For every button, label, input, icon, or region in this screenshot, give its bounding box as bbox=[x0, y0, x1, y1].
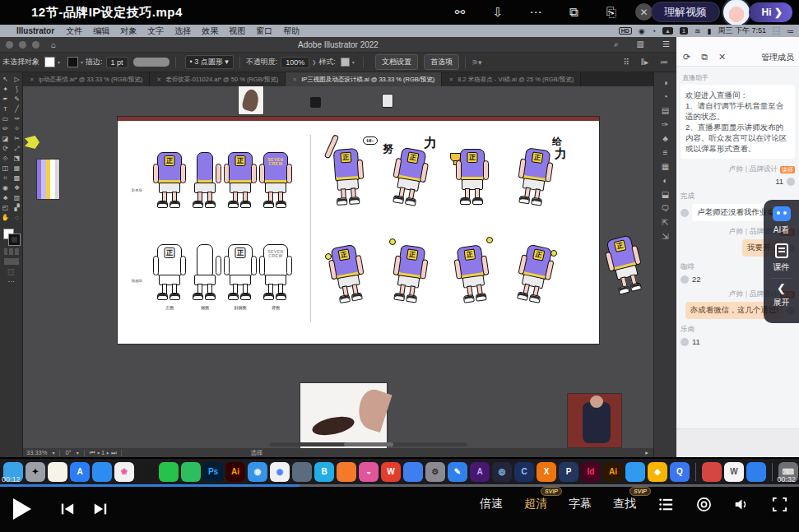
fill-swatch[interactable] bbox=[44, 57, 55, 67]
tab-close-icon[interactable]: ✕ bbox=[30, 76, 35, 83]
menu-窗口[interactable]: 窗口 bbox=[256, 26, 272, 35]
dock-photos-icon[interactable]: ❀ bbox=[114, 462, 134, 482]
color-mode-buttons[interactable] bbox=[4, 248, 19, 255]
perspective-tool-icon[interactable]: ▦ bbox=[12, 164, 22, 173]
refresh-icon[interactable]: ⟳ bbox=[683, 52, 690, 62]
dock-quicktime-icon[interactable]: Q bbox=[670, 462, 690, 482]
hi-button[interactable]: Hi ❯ bbox=[749, 2, 792, 22]
stroke-color-swatch[interactable] bbox=[9, 234, 20, 245]
ai-watch-icon[interactable] bbox=[773, 206, 791, 221]
creative-cloud-icon[interactable]: ◉ bbox=[639, 27, 645, 35]
canvas[interactable]: 彩色版 线稿版 正正SEVENCREW HI~正努力正正给力正 正正面侧面正斜侧… bbox=[23, 86, 653, 448]
dock-wechat-icon[interactable] bbox=[159, 462, 179, 482]
rectangle-tool-icon[interactable]: ▭ bbox=[1, 114, 11, 123]
artboard-tool-icon[interactable]: ◰ bbox=[1, 203, 11, 212]
mountain-icon[interactable]: ▲ bbox=[662, 27, 673, 35]
control-超清[interactable]: 超清SVIP bbox=[524, 497, 547, 511]
asset-export-panel-icon[interactable]: ⇱ bbox=[662, 219, 668, 227]
zoom-tool-icon[interactable]: ◌ bbox=[12, 213, 22, 222]
dock-keynote-icon[interactable] bbox=[625, 462, 645, 482]
dock-polarr-icon[interactable]: P bbox=[559, 462, 578, 482]
courseware-label[interactable]: 课件 bbox=[773, 261, 790, 273]
dock-lanhu-icon[interactable] bbox=[292, 462, 312, 482]
snap-icon[interactable]: ⠿ bbox=[624, 58, 629, 67]
tab-close-icon[interactable]: ✕ bbox=[448, 76, 453, 83]
scale-tool-icon[interactable]: ⤢ bbox=[12, 144, 22, 153]
stroke-panel-icon[interactable]: ≡ bbox=[663, 149, 668, 157]
courseware-icon[interactable] bbox=[775, 243, 788, 258]
collapse-chevron-icon[interactable]: ❮ bbox=[777, 284, 786, 294]
dock-chrome-icon[interactable]: ◉ bbox=[270, 462, 290, 482]
blend-tool-icon[interactable]: ❖ bbox=[12, 183, 22, 192]
preferences-button[interactable]: 首选项 bbox=[424, 54, 459, 70]
graph-tool-icon[interactable]: ▥ bbox=[12, 193, 22, 202]
rotate-tool-icon[interactable]: ⟳ bbox=[1, 144, 11, 153]
hand-tool-icon[interactable]: ✋ bbox=[1, 213, 11, 222]
dock-w-circle-icon[interactable]: W bbox=[724, 462, 744, 482]
horizontal-scrollbar[interactable] bbox=[270, 442, 467, 446]
dock-blender-icon[interactable] bbox=[337, 462, 356, 482]
style-swatch[interactable] bbox=[341, 58, 350, 67]
shape-builder-tool-icon[interactable]: ◫ bbox=[1, 164, 11, 173]
expand-label[interactable]: 展开 bbox=[773, 297, 790, 308]
pen-tool-icon[interactable]: ✒ bbox=[1, 95, 11, 104]
shaper-tool-icon[interactable]: ✧ bbox=[12, 124, 22, 133]
artboard-nav[interactable]: ⏮ ◂ 1 ▸ ⏭ bbox=[90, 449, 117, 457]
dock-indesign-icon[interactable]: Id bbox=[581, 462, 601, 482]
stroke-swatch[interactable] bbox=[67, 57, 78, 67]
menu-编辑[interactable]: 编辑 bbox=[93, 26, 109, 35]
playlist-icon[interactable] bbox=[657, 496, 674, 512]
menu-文件[interactable]: 文件 bbox=[66, 26, 82, 35]
document-tab-1[interactable]: ✕ip动态表情.ai* @ 33.33 % (RGB/预览) bbox=[23, 72, 150, 86]
dock-safari-icon[interactable]: ◉ bbox=[248, 462, 267, 482]
dock-affinity-designer-icon[interactable]: A bbox=[470, 462, 490, 482]
symbol-tool-icon[interactable]: ♣ bbox=[1, 193, 11, 202]
more-icon[interactable]: ⋯ bbox=[527, 4, 544, 21]
document-tab-2[interactable]: ✕老佢饮茶-011024.ai* @ 50 % (RGB/预览) bbox=[150, 72, 286, 86]
popout-icon[interactable]: ⧉ bbox=[701, 52, 708, 62]
lasso-tool-icon[interactable]: ⟆ bbox=[12, 85, 22, 94]
manage-members-link[interactable]: 管理成员 bbox=[761, 52, 794, 63]
comments-panel-icon[interactable]: 🗨 bbox=[662, 205, 670, 213]
dock-illustrator-alt-icon[interactable]: Ai bbox=[603, 462, 623, 482]
brush-select[interactable]: • 3 点圆形 ▾ bbox=[185, 55, 234, 69]
menu-文字[interactable]: 文字 bbox=[147, 26, 164, 35]
dock-color-wheel-icon[interactable]: ◒ bbox=[359, 462, 379, 482]
fullscreen-icon[interactable] bbox=[771, 496, 787, 512]
dock-cinema4d-icon[interactable]: C bbox=[514, 462, 534, 482]
document-setup-button[interactable]: 文档设置 bbox=[375, 54, 418, 70]
control-center-icon[interactable]: ⿳ bbox=[773, 25, 780, 36]
understand-video-button[interactable]: 理解视频 bbox=[651, 2, 720, 22]
close-icon[interactable]: ✕ bbox=[635, 3, 653, 21]
download-icon[interactable]: ⇩ bbox=[490, 4, 506, 21]
dock-aperture-icon[interactable]: ◎ bbox=[492, 462, 512, 482]
color-guide-panel-icon[interactable]: ◔ bbox=[662, 93, 667, 101]
dock-capcut-icon[interactable] bbox=[702, 462, 722, 482]
appearance-panel-icon[interactable]: ◐ bbox=[662, 177, 667, 185]
dock-tencent-docs-icon[interactable] bbox=[746, 462, 766, 482]
curvature-tool-icon[interactable]: ✎ bbox=[12, 95, 22, 104]
zoom-level[interactable]: 33.33% bbox=[26, 449, 47, 456]
brushes-panel-icon[interactable]: ✑ bbox=[662, 121, 668, 129]
free-transform-tool-icon[interactable]: ⬔ bbox=[12, 154, 22, 163]
record-icon[interactable] bbox=[695, 496, 712, 512]
dock-illustrator-icon[interactable]: Ai bbox=[225, 462, 245, 482]
menu-帮助[interactable]: 帮助 bbox=[283, 26, 300, 35]
line-tool-icon[interactable]: ╱ bbox=[12, 104, 22, 113]
swatches-panel-icon[interactable]: ▤ bbox=[662, 107, 669, 115]
screen-mode-icon[interactable]: ⿴ bbox=[7, 268, 16, 277]
close-window-icon[interactable]: ✕ bbox=[718, 52, 726, 62]
share-icon[interactable]: ⚯ bbox=[452, 4, 468, 21]
tab-close-icon[interactable]: ✕ bbox=[292, 76, 297, 83]
dock-notes-icon[interactable] bbox=[48, 462, 67, 482]
progress-bar[interactable]: 00:12 00:32 bbox=[0, 484, 799, 487]
dock-xmind-icon[interactable]: X bbox=[537, 462, 556, 482]
magic-wand-tool-icon[interactable]: ✦ bbox=[1, 85, 11, 94]
dock-wps-icon[interactable]: W bbox=[381, 462, 401, 482]
one-badge-icon[interactable]: 1 bbox=[680, 27, 688, 35]
dock-launchpad-icon[interactable]: ✦ bbox=[26, 462, 45, 482]
chat-input-area[interactable] bbox=[676, 428, 799, 457]
align-icon[interactable]: ⚞▾ bbox=[472, 58, 482, 67]
status-arrow[interactable]: ▸ bbox=[645, 449, 648, 456]
eyedropper-tool-icon[interactable]: ◉ bbox=[1, 183, 11, 192]
